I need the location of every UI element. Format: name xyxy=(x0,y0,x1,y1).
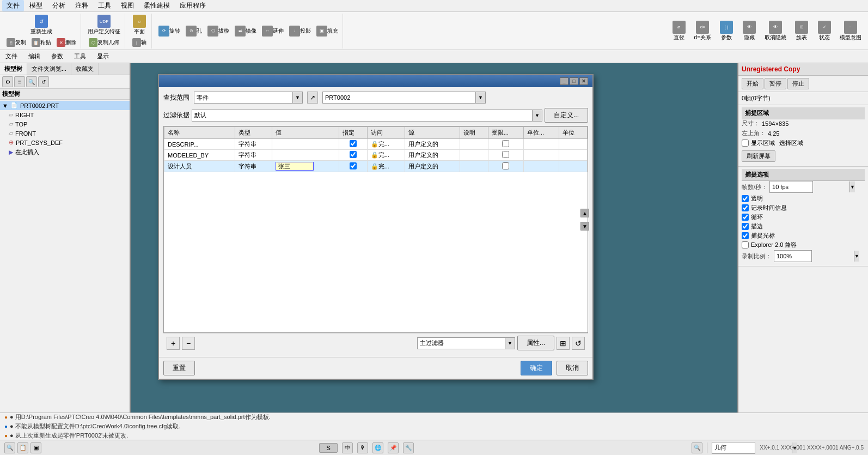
checkbox-restricted-1[interactable] xyxy=(502,151,509,158)
menu-view[interactable]: 视图 xyxy=(117,0,138,11)
tree-item-right[interactable]: ▱ RIGHT xyxy=(7,110,130,119)
cell-value-2[interactable] xyxy=(272,161,339,172)
pause-btn[interactable]: 暂停 xyxy=(765,78,786,89)
file-arrow[interactable]: ▼ xyxy=(475,92,485,103)
loop-row[interactable]: 循环 xyxy=(742,213,865,221)
properties-btn[interactable]: 属性... xyxy=(517,336,554,350)
btn-project[interactable]: ↓ 投影 xyxy=(287,25,313,38)
scale-input[interactable] xyxy=(774,252,854,260)
tree-item-csys[interactable]: ⊕ PRT_CSYS_DEF xyxy=(7,138,130,147)
menu-model[interactable]: 模型 xyxy=(25,0,47,11)
menu-file[interactable]: 文件 xyxy=(2,0,24,11)
scope-input[interactable] xyxy=(194,94,292,101)
btn-revolve[interactable]: ⟳ 旋转 xyxy=(156,25,182,38)
btn-diameter[interactable]: ⌀ 直径 xyxy=(669,20,689,43)
record-info-row[interactable]: 记录时间信息 xyxy=(742,204,865,212)
bottom-icon-2[interactable]: 📋 xyxy=(17,442,28,453)
btn-draft[interactable]: ⬠ 拔模 xyxy=(205,25,231,38)
toolbar2-params[interactable]: 参数 xyxy=(48,52,66,61)
cell-value-0[interactable] xyxy=(272,139,339,150)
filter-combo[interactable]: ▼ xyxy=(192,110,542,122)
value-edit-field[interactable] xyxy=(276,162,314,171)
tree-item-insert[interactable]: ▶ 在此插入 xyxy=(7,147,130,157)
table-row[interactable]: DESCRIP... 字符串 🔒完... 用户定义的 xyxy=(164,139,588,150)
explorer-row[interactable]: Explorer 2.0 兼容 xyxy=(742,241,865,249)
btn-extend[interactable]: ↔ 延伸 xyxy=(260,25,286,38)
table-row[interactable]: MODELED_BY 字符串 🔒完... 用户定义的 xyxy=(164,150,588,161)
menu-tools[interactable]: 工具 xyxy=(94,0,115,11)
select-area-btn[interactable]: 选择区域 xyxy=(779,139,803,147)
table-view-btn[interactable]: ⊞ xyxy=(557,337,570,350)
taskbar-icon-2[interactable]: 🎙 xyxy=(357,442,368,453)
menu-annotation[interactable]: 注释 xyxy=(71,0,93,11)
cell-restricted-2[interactable] xyxy=(488,161,523,172)
btn-copy[interactable]: ⎘ 复制 xyxy=(4,37,28,48)
dialog-close-btn[interactable]: ✕ xyxy=(579,77,588,85)
btn-user-feature[interactable]: UDF 用户定义特征 xyxy=(85,14,123,37)
scale-arrow[interactable]: ▼ xyxy=(854,251,859,262)
stop-btn[interactable]: 停止 xyxy=(787,78,809,89)
menu-flexible[interactable]: 柔性建模 xyxy=(139,0,174,11)
toolbar2-display[interactable]: 显示 xyxy=(94,52,112,61)
dialog-maximize-btn[interactable]: □ xyxy=(570,77,578,85)
tree-settings-icon[interactable]: ⚙ xyxy=(2,76,13,87)
cell-designated-0[interactable] xyxy=(339,139,368,150)
checkbox-designated-0[interactable] xyxy=(350,140,357,147)
btn-plane[interactable]: ▱ 平面 xyxy=(130,14,149,37)
bottom-search-icon[interactable]: 🔍 xyxy=(692,442,702,453)
btn-paste[interactable]: 📋 粘贴 xyxy=(29,37,53,48)
tab-model-tree[interactable]: 模型树 xyxy=(0,63,27,75)
btn-copy-geom[interactable]: ⬡ 复制几何 xyxy=(87,37,121,48)
checkbox-restricted-2[interactable] xyxy=(502,162,509,169)
border-row[interactable]: 描边 xyxy=(742,222,865,230)
tab-folder-browser[interactable]: 文件夹浏览... xyxy=(27,63,71,75)
btn-unhide[interactable]: 👁 取消隐藏 xyxy=(762,20,788,43)
toolbar2-tools[interactable]: 工具 xyxy=(71,52,89,61)
display-area-row[interactable]: 显示区域 选择区域 xyxy=(742,139,865,147)
bottom-icon-1[interactable]: 🔍 xyxy=(4,442,15,453)
capture-cursor-checkbox[interactable] xyxy=(742,232,749,239)
geom-combo[interactable]: ▼ xyxy=(712,442,755,454)
remove-param-btn[interactable]: − xyxy=(182,337,195,350)
btn-params-toolbar[interactable]: [ ] 参数 xyxy=(717,20,736,43)
filter-arrow[interactable]: ▼ xyxy=(532,110,542,121)
scope-browse-btn[interactable]: ↗ xyxy=(307,92,318,104)
scroll-up-btn[interactable]: ▲ xyxy=(580,209,589,217)
transparent-checkbox[interactable] xyxy=(742,195,749,202)
cell-designated-2[interactable] xyxy=(339,161,368,172)
btn-model-intent[interactable]: ⋯ 模型意图 xyxy=(838,20,864,43)
refresh-params-btn[interactable]: ↺ xyxy=(572,337,585,350)
tree-item-top[interactable]: ▱ TOP xyxy=(7,119,130,129)
cancel-btn[interactable]: 取消 xyxy=(557,361,588,375)
loop-checkbox[interactable] xyxy=(742,214,749,221)
tree-item-front[interactable]: ▱ FRONT xyxy=(7,129,130,138)
cell-designated-1[interactable] xyxy=(339,150,368,161)
explorer-checkbox[interactable] xyxy=(742,241,749,248)
table-row[interactable]: 设计人员 字符串 🔒完... 用户定义的 xyxy=(164,161,588,172)
main-filter-combo[interactable]: ▼ xyxy=(417,337,515,349)
btn-fill[interactable]: ▣ 填充 xyxy=(314,25,340,38)
btn-relation[interactable]: d= d=关系 xyxy=(692,20,713,43)
taskbar-icon-5[interactable]: 🔧 xyxy=(403,442,414,453)
checkbox-designated-1[interactable] xyxy=(350,151,357,158)
filter-input[interactable] xyxy=(192,112,532,119)
fps-arrow[interactable]: ▼ xyxy=(849,181,855,192)
tree-refresh-icon[interactable]: ↺ xyxy=(38,76,49,87)
btn-axis[interactable]: | 轴 xyxy=(130,37,149,48)
btn-status[interactable]: ✓ 状态 xyxy=(815,20,834,43)
dialog-minimize-btn[interactable]: _ xyxy=(560,77,569,85)
scale-combo[interactable]: ▼ xyxy=(774,250,812,262)
reset-btn[interactable]: 重置 xyxy=(163,361,195,375)
taskbar-icon-1[interactable]: 中 xyxy=(342,442,353,453)
tree-list-icon[interactable]: ≡ xyxy=(14,76,25,87)
customize-btn[interactable]: 自定义... xyxy=(545,108,588,123)
taskbar-icon-4[interactable]: 📌 xyxy=(388,442,399,453)
btn-hole[interactable]: ⊙ 孔 xyxy=(184,25,204,38)
toolbar2-file[interactable]: 文件 xyxy=(2,52,21,61)
main-filter-arrow[interactable]: ▼ xyxy=(505,338,515,349)
fps-input[interactable] xyxy=(770,183,849,191)
toolbar2-edit[interactable]: 编辑 xyxy=(25,52,44,61)
btn-delete[interactable]: ✕ 删除 xyxy=(54,37,78,48)
cell-value-1[interactable] xyxy=(272,150,339,161)
btn-hide[interactable]: 👁 隐藏 xyxy=(739,20,759,43)
